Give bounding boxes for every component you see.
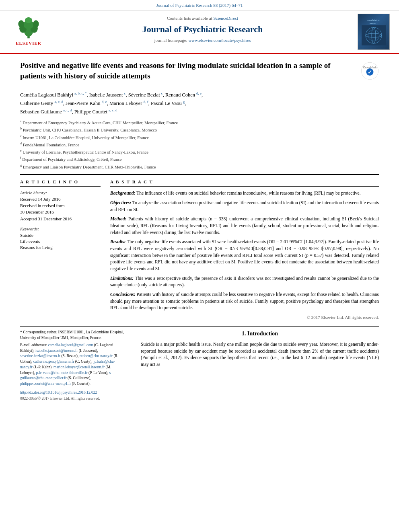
revised-date: 30 December 2016	[20, 209, 101, 215]
background-text: The influence of life events on suicidal…	[136, 191, 360, 195]
journal-cover-area: psychiatricresearch	[354, 14, 393, 50]
keyword-1: Suicide	[20, 232, 101, 238]
abstract-background: Background: The influence of life events…	[110, 190, 379, 197]
svg-text:CrossMark: CrossMark	[363, 66, 377, 69]
elsevier-logo-area: ELSEVIER	[6, 14, 51, 50]
article-info-header: A R T I C L E I N F O	[20, 179, 101, 187]
email-link-7[interactable]: marion.leboyer@creteil.inserm.fr	[53, 365, 105, 369]
abstract-header: A B S T R A C T	[110, 179, 379, 187]
intro-heading: 1. Introduction	[141, 330, 379, 338]
abstract-objectives: Objectives: To analyze the association b…	[110, 199, 379, 213]
article-content: Positive and negative life events and re…	[0, 54, 399, 401]
limitations-label: Limitations:	[110, 276, 134, 281]
footnote-left: * Corresponding author. INSERM U1061, La…	[20, 330, 125, 401]
article-title-section: Positive and negative life events and re…	[20, 60, 379, 85]
sciencedirect-link[interactable]: ScienceDirect	[213, 16, 238, 21]
doi-link: http://dx.doi.org/10.1016/j.jpsychires.2…	[20, 390, 125, 395]
keywords-label: Keywords:	[20, 226, 101, 232]
email-label: E-mail addresses:	[20, 343, 47, 347]
email-link[interactable]: camelia.laglaoui@gmail.com	[48, 343, 93, 347]
email-link-8[interactable]: p.le-vaou@chu-metz-thionville.fr	[36, 371, 88, 375]
footnote-columns: * Corresponding author. INSERM U1061, La…	[20, 330, 379, 401]
objectives-label: Objectives:	[110, 200, 131, 205]
conclusions-label: Conclusions:	[110, 292, 136, 297]
doi-anchor[interactable]: http://dx.doi.org/10.1016/j.jpsychires.2…	[20, 390, 97, 394]
email-link-10[interactable]: philippe.courtet@univ-montp1.fr	[20, 382, 71, 386]
limitations-text: This was a retrospective study, the pres…	[110, 276, 379, 288]
copyright: © 2017 Elsevier Ltd. All rights reserved…	[110, 314, 379, 320]
footnote-right-intro: 1. Introduction Suicide is a major publi…	[141, 330, 379, 401]
divider-main	[20, 174, 379, 175]
cover-graphic	[362, 25, 386, 45]
keyword-2: Life events	[20, 238, 101, 244]
affil-e: e University of Lorraine, Psychotherapeu…	[20, 148, 379, 155]
accepted-date: Accepted 31 December 2016	[20, 216, 101, 222]
svg-point-6	[33, 21, 39, 28]
abstract-method: Method: Patients with history of suicide…	[110, 216, 379, 236]
authors-line: Camélia Laglaoui Bakhiyi a, b, c, *, Isa…	[20, 90, 379, 116]
sciencedirect-line: Contents lists available at ScienceDirec…	[51, 15, 354, 21]
affil-c: c Inserm U1061, La Colombière Hospital, …	[20, 134, 379, 141]
affil-d: d FondaMental Foundation, France	[20, 141, 379, 148]
method-text: Patients with history of suicide attempt…	[110, 216, 379, 234]
revised-label: Received in revised form	[20, 203, 101, 209]
received-date: Received 14 July 2016	[20, 196, 101, 202]
email-link-4[interactable]: rcohen@chu-nancy.fr	[80, 354, 113, 358]
page: Journal of Psychiatric Research 88 (2017…	[0, 0, 399, 532]
svg-text:✓: ✓	[368, 69, 372, 75]
affil-a: a Department of Emergency Psychiatry & A…	[20, 119, 379, 126]
method-label: Method:	[110, 216, 126, 221]
results-label: Results:	[110, 239, 125, 244]
affil-g: g Emergency and Liaison Psychiatry Depar…	[20, 163, 379, 170]
svg-point-5	[18, 21, 24, 28]
journal-title: Journal of Psychiatric Research	[51, 23, 354, 36]
abstract-results: Results: The only negative life events a…	[110, 238, 379, 272]
article-title: Positive and negative life events and re…	[20, 60, 350, 82]
intro-paragraph: Suicide is a major public health issue. …	[141, 341, 379, 368]
svg-point-7	[25, 17, 32, 23]
results-text: The only negative life events associated…	[110, 239, 379, 271]
email-text: E-mail addresses: camelia.laglaoui@gmail…	[20, 343, 125, 387]
cover-title: psychiatricresearch	[367, 18, 380, 25]
elsevier-logo: ELSEVIER	[14, 17, 43, 46]
email-link-5[interactable]: catherine.genty@inserm.fr	[33, 359, 74, 364]
affil-f: f Department of Psychiatry and Addictolo…	[20, 156, 379, 162]
history-label: Article history:	[20, 190, 101, 196]
homepage-link[interactable]: www.elsevier.com/locate/psychires	[188, 38, 251, 43]
elsevier-tree-icon	[14, 17, 43, 39]
journal-homepage: journal homepage: www.elsevier.com/locat…	[51, 37, 354, 43]
journal-header: ELSEVIER Contents lists available at Sci…	[0, 10, 399, 54]
affiliations: a Department of Emergency Psychiatry & A…	[20, 119, 379, 170]
journal-citation: Journal of Psychiatric Research 88 (2017…	[156, 3, 243, 8]
svg-rect-8	[362, 25, 386, 45]
abstract-column: A B S T R A C T Background: The influenc…	[110, 179, 379, 321]
affil-b: b Psychiatric Unit, CHU Casablanca, Hass…	[20, 126, 379, 133]
abstract-limitations: Limitations: This was a retrospective st…	[110, 275, 379, 288]
journal-cover-image: psychiatricresearch	[358, 14, 390, 50]
journal-header-center: Contents lists available at ScienceDirec…	[51, 14, 354, 50]
email-link-2[interactable]: isabelle.jaussent@inserm.fr	[35, 349, 78, 353]
abstract-conclusions: Conclusions: Patients with history of su…	[110, 291, 379, 311]
conclusions-text: Patients with history of suicide attempt…	[110, 292, 379, 310]
email-link-3[interactable]: severine.beziat@inserm.fr	[20, 354, 60, 358]
crossmark-area: CrossMark ✓	[357, 60, 379, 82]
background-label: Background:	[110, 191, 136, 195]
elsevier-text: ELSEVIER	[16, 40, 41, 46]
footnote-area: * Corresponding author. INSERM U1061, La…	[20, 326, 379, 401]
objectives-text: To analyze the association between posit…	[110, 200, 379, 212]
keyword-3: Reasons for living	[20, 244, 101, 251]
journal-info-bar: Journal of Psychiatric Research 88 (2017…	[0, 0, 399, 10]
two-col-layout: A R T I C L E I N F O Article history: R…	[20, 179, 379, 321]
issn-text: 0022-3956/© 2017 Elsevier Ltd. All right…	[20, 396, 125, 401]
crossmark-icon: CrossMark ✓	[361, 62, 379, 80]
article-info-column: A R T I C L E I N F O Article history: R…	[20, 179, 101, 321]
corresponding-author: * Corresponding author. INSERM U1061, La…	[20, 330, 125, 341]
